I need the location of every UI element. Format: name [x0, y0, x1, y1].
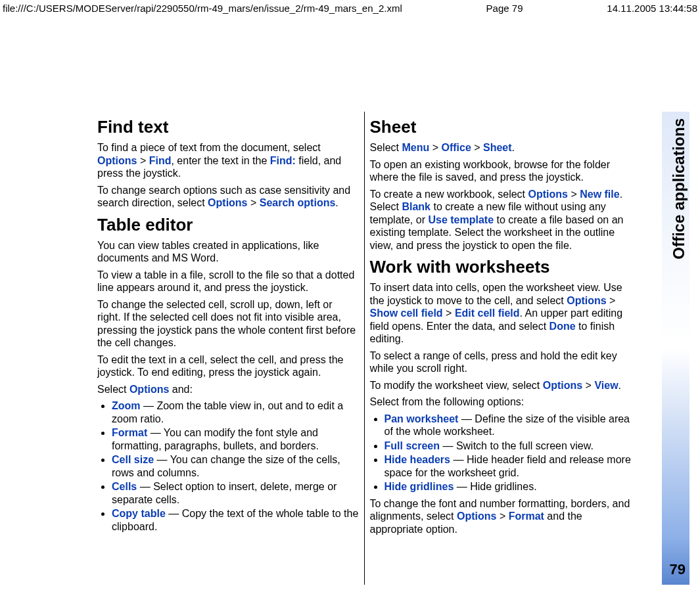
paragraph: You can view tables created in applicati…	[97, 239, 359, 265]
option-text: Options	[129, 384, 169, 395]
paragraph: To find a piece of text from the documen…	[97, 141, 359, 180]
option-text: Find	[149, 155, 172, 166]
list-item: Pan worksheet — Define the size of the v…	[385, 413, 632, 438]
paragraph: To select a range of cells, press and ho…	[370, 350, 632, 375]
option-text: Pan worksheet	[385, 413, 459, 424]
option-text: Options	[97, 155, 137, 166]
option-text: Options	[457, 510, 496, 522]
options-list: Zoom — Zoom the table view in, out and t…	[97, 399, 359, 533]
option-text: Sheet	[483, 142, 512, 153]
paragraph: To edit the text in a cell, select the c…	[97, 353, 359, 379]
list-item: Full screen — Switch to the full screen …	[385, 440, 632, 453]
option-text: Options	[567, 295, 606, 306]
option-text: Options	[528, 189, 568, 200]
left-column: Find text To find a piece of text from t…	[92, 112, 365, 585]
heading-work-with-worksheets: Work with worksheets	[370, 257, 632, 277]
options-list: Pan worksheet — Define the size of the v…	[370, 413, 632, 493]
option-text: View	[594, 380, 618, 391]
paragraph: To view a table in a file, scroll to the…	[97, 269, 359, 294]
section-label: Office applications	[670, 118, 688, 260]
header-path: file:///C:/USERS/MODEServer/rapi/2290550…	[3, 3, 402, 14]
right-column: Sheet Select Menu > Office > Sheet. To o…	[365, 112, 637, 585]
option-text: Hide headers	[385, 454, 450, 465]
option-text: Zoom	[112, 400, 141, 411]
heading-find-text: Find text	[97, 117, 359, 137]
paragraph: To change search options such as case se…	[97, 184, 359, 210]
paragraph: To change the font and number formatting…	[370, 497, 632, 536]
paragraph: To change the selected cell, scroll up, …	[97, 298, 359, 350]
list-item: Format — You can modify the font style a…	[112, 426, 359, 452]
option-text: Done	[549, 321, 576, 332]
option-text: Cell size	[112, 454, 154, 465]
option-text: Office	[441, 142, 471, 153]
option-text: Menu	[402, 142, 429, 153]
option-text: Options	[208, 197, 247, 208]
paragraph: Select Options and:	[97, 383, 359, 396]
list-item: Hide headers — Hide header field and rel…	[385, 453, 632, 479]
paragraph: To modify the worksheet view, select Opt…	[370, 379, 632, 392]
heading-table-editor: Table editor	[97, 215, 359, 235]
option-text: Find:	[270, 155, 296, 166]
paragraph: To open an existing workbook, browse for…	[370, 158, 632, 184]
pdf-header: file:///C:/USERS/MODEServer/rapi/2290550…	[3, 3, 697, 14]
option-text: Copy table	[112, 508, 166, 519]
page-content: Find text To find a piece of text from t…	[92, 112, 636, 585]
option-text: New file	[580, 189, 619, 200]
option-text: Options	[543, 380, 582, 391]
list-item: Copy table — Copy the text of the whole …	[112, 507, 359, 533]
list-item: Cells — Select option to insert, delete,…	[112, 480, 359, 506]
option-text: Use template	[428, 214, 494, 225]
option-text: Full screen	[385, 440, 440, 451]
heading-sheet: Sheet	[370, 117, 632, 137]
paragraph: Select from the following options:	[370, 396, 632, 409]
list-item: Zoom — Zoom the table view in, out and t…	[112, 399, 359, 425]
paragraph: To create a new workbook, select Options…	[370, 188, 632, 252]
page-number: 79	[670, 561, 686, 578]
paragraph: To insert data into cells, open the work…	[370, 281, 632, 346]
option-text: Show cell field	[370, 307, 443, 319]
option-text: Hide gridlines	[385, 481, 454, 492]
option-text: Format	[112, 427, 147, 438]
option-text: Blank	[402, 201, 431, 212]
header-datetime: 14.11.2005 13:44:58	[607, 3, 697, 14]
list-item: Cell size — You can change the size of t…	[112, 453, 359, 479]
option-text: Edit cell field	[455, 307, 520, 319]
header-page: Page 79	[486, 3, 523, 14]
paragraph: Select Menu > Office > Sheet.	[370, 141, 632, 154]
list-item: Hide gridlines — Hide gridlines.	[385, 480, 632, 493]
option-text: Search options	[260, 197, 336, 208]
option-text: Format	[509, 510, 544, 522]
option-text: Cells	[112, 481, 137, 492]
